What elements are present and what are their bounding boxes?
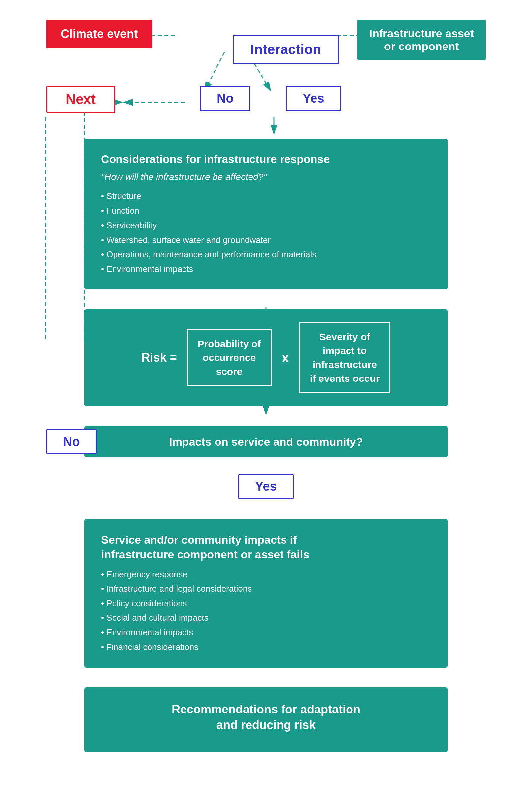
probability-box: Probability ofoccurrencescore (187, 329, 272, 386)
x-label: x (282, 350, 289, 365)
infrastructure-box: Infrastructure assetor component (357, 20, 486, 60)
climate-event-box: Climate event (46, 20, 152, 48)
risk-section: Risk = Probability ofoccurrencescore x S… (26, 309, 506, 406)
next-box: Next (46, 86, 115, 113)
list-item: Watershed, surface water and groundwater (101, 233, 431, 247)
yes-section: Yes (26, 474, 506, 499)
severity-label: Severity ofimpact toinfrastructureif eve… (310, 331, 380, 384)
yes-top-box: Yes (286, 86, 341, 111)
top-row: Climate event Interaction Infrastructure… (26, 20, 506, 79)
impacts-section: No Impacts on service and community? (26, 426, 506, 457)
climate-event-label: Climate event (61, 27, 138, 41)
no-bottom-box: No (46, 429, 97, 455)
service-community-list: Emergency response Infrastructure and le… (101, 567, 431, 654)
service-community-title: Service and/or community impacts ifinfra… (101, 532, 431, 561)
list-item: Emergency response (101, 567, 431, 581)
considerations-list: Structure Function Serviceability Waters… (101, 189, 431, 276)
impacts-question-box: Impacts on service and community? (84, 426, 448, 457)
probability-label: Probability ofoccurrencescore (198, 338, 261, 377)
recommendations-section: Recommendations for adaptationand reduci… (26, 688, 506, 753)
list-item: Serviceability (101, 218, 431, 233)
service-community-section: Service and/or community impacts ifinfra… (26, 519, 506, 668)
risk-label: Risk = (141, 351, 177, 365)
severity-box: Severity ofimpact toinfrastructureif eve… (299, 323, 391, 393)
yes-top-label: Yes (303, 91, 324, 105)
list-item: Policy considerations (101, 596, 431, 611)
yes-bottom-label: Yes (255, 480, 277, 494)
no-top-label: No (217, 91, 234, 105)
no-top-box: No (200, 86, 250, 111)
list-item: Social and cultural impacts (101, 611, 431, 625)
considerations-section: Considerations for infrastructure respon… (26, 139, 506, 289)
next-label: Next (66, 91, 96, 107)
no-bottom-label: No (63, 434, 80, 448)
interaction-label: Interaction (250, 42, 321, 57)
list-item: Structure (101, 189, 431, 203)
recommendations-box: Recommendations for adaptationand reduci… (84, 688, 448, 753)
list-item: Environmental impacts (101, 262, 431, 276)
interaction-box: Interaction (213, 35, 319, 64)
considerations-subtitle: "How will the infrastructure be affected… (101, 172, 431, 182)
list-item: Infrastructure and legal considerations (101, 581, 431, 596)
list-item: Function (101, 203, 431, 218)
infrastructure-label: Infrastructure assetor component (369, 27, 474, 53)
risk-box: Risk = Probability ofoccurrencescore x S… (84, 309, 448, 406)
no-yes-row: Next No Yes (26, 82, 506, 122)
considerations-title: Considerations for infrastructure respon… (101, 152, 431, 166)
impacts-question-label: Impacts on service and community? (169, 435, 363, 448)
list-item: Operations, maintenance and performance … (101, 247, 431, 262)
list-item: Financial considerations (101, 640, 431, 654)
service-community-box: Service and/or community impacts ifinfra… (84, 519, 448, 668)
considerations-box: Considerations for infrastructure respon… (84, 139, 448, 289)
list-item: Environmental impacts (101, 625, 431, 640)
yes-bottom-box: Yes (238, 474, 294, 499)
recommendations-title: Recommendations for adaptationand reduci… (101, 702, 431, 733)
diagram-container: Climate event Interaction Infrastructure… (0, 0, 532, 792)
